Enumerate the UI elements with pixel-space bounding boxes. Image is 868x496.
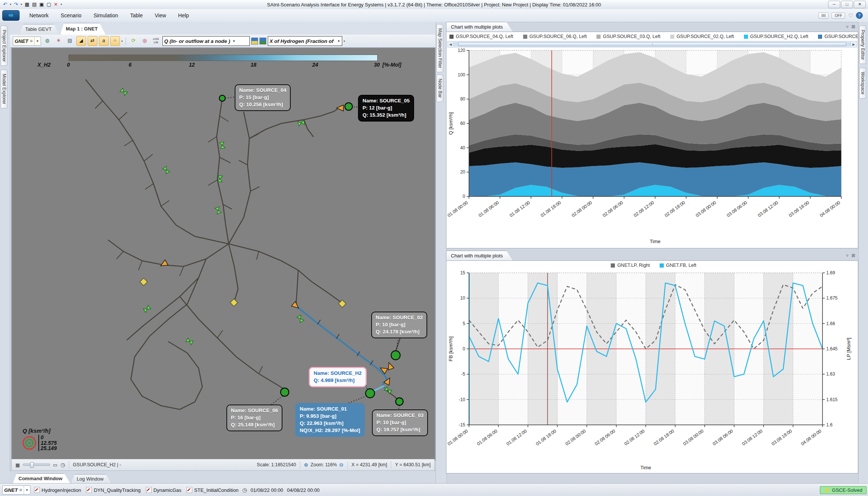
timeline-slider[interactable] [23,464,50,466]
menu-network[interactable]: Network [23,11,55,20]
tab-workspace[interactable]: Workspace [859,68,866,99]
delete-icon[interactable]: ✕ [53,1,59,8]
close-button[interactable]: ✕ [854,1,866,8]
toolbar2-overflow-icon[interactable]: ▾ [344,40,345,43]
node-label-source_03[interactable]: Name: SOURCE_03P: 10 [bar-g]Q: 19.757 [k… [372,409,428,436]
node-label-source_02[interactable]: Name: SOURCE_02P: 10 [bar-g]Q: 24.178 [k… [371,312,427,338]
export-icon[interactable]: ▣ [38,1,44,8]
profile-chart-icon[interactable]: ◢ [76,36,86,46]
help-icon[interactable]: ? [856,12,863,19]
zoom-out-icon[interactable]: ⊖ [339,462,344,468]
node-label-source_01[interactable]: Name: SOURCE_01P: 9.953 [bar-g]Q: 22.963… [295,403,365,437]
network-combo[interactable]: GNET ⊠ ▼ [13,37,41,46]
network-layout-icon[interactable]: ✳ [54,36,64,46]
favorite-icon[interactable]: ♡ [848,12,853,18]
tab-project-explorer[interactable]: Project Explorer [1,26,8,66]
undo-icon[interactable]: ↶ [2,1,8,8]
menu-view[interactable]: View [149,11,172,20]
stacked-area-chart: 02040608010012001.08 00:0001.08 06:0001.… [446,47,857,247]
source-node-icons[interactable] [219,95,403,405]
globe-icon[interactable]: ◍ [42,36,52,46]
snapshot-icon[interactable]: ▢ [46,1,52,8]
legend-item[interactable]: GSUP.SOURCE_06.Q, Left [523,34,587,39]
tab-command-window[interactable]: Command Window [13,473,70,484]
legend-item[interactable]: GSUP.SOURCE_04.Q, Left [449,34,513,39]
redo-dropdown-icon[interactable]: ▾ [20,1,23,8]
scroll-right-icon[interactable]: ▶ [851,43,857,46]
refresh-map-icon[interactable]: ⟳ [129,36,138,46]
legend-item[interactable]: GNET.FB, Left [660,263,697,268]
colorbar-tick: 24 [312,62,318,68]
zoom-in-icon[interactable]: ⊕ [304,462,308,468]
target-icon[interactable]: ◎ [140,36,150,46]
time-step-icon[interactable]: ◷ [61,462,65,468]
menu-scenario[interactable]: Scenario [55,11,87,20]
legend-item[interactable]: GSUP.SOURCE_02.Q, Left [670,34,734,39]
scenario-item-dynamicgas[interactable]: DynamicGas [146,487,181,493]
quality-select[interactable]: X of Hydrogen (Fraction of c▼ [268,36,342,46]
scenario-item-ste_initialcondition[interactable]: STE_InitialCondition [187,487,238,493]
off-toggle-button[interactable]: OFF [832,12,845,19]
panel-menu-icon[interactable]: ▿ [846,24,848,29]
panel-close-icon[interactable]: ⊠ [851,24,855,29]
grid-toggle-icon[interactable]: ▦ [15,462,20,468]
scenario-item-dyn_qualitytracking[interactable]: DYN_QualityTracking [86,487,141,493]
minimize-button[interactable]: ─ [828,1,840,8]
tab-map-selection-filter[interactable]: Map Selection Filter [437,24,443,72]
doc-tab-table-gevt[interactable]: Table GEVT [20,24,59,35]
marker-size-icon[interactable]: ⁘ [110,36,120,46]
map-viewport[interactable]: X_H20612182430[%-Mol] Q [ksm³/h] 012.575… [11,47,436,461]
menu-table[interactable]: Table [124,11,149,20]
log-lin-icon[interactable]: LOGLIN [151,36,161,47]
range-slider-icon[interactable]: ⇄ [88,36,97,46]
network-combo-dropdown-icon[interactable]: ▼ [34,37,39,45]
calculator-icon[interactable]: ▦ [24,1,30,8]
legend-item[interactable]: GSUP.SOURCE_H2.Q, Left [744,34,809,39]
panel2-menu-icon[interactable]: ▿ [846,253,848,258]
theme-blue-yellow-icon[interactable] [251,38,258,44]
tab-node-bar[interactable]: Node Bar [437,75,443,102]
theme-blue-green-icon[interactable] [259,38,266,44]
tab-model-explorer[interactable]: Model Explorer [1,70,8,108]
node-label-source_04[interactable]: Name: SOURCE_04P: 15 [bar-g]Q: 10.256 [k… [235,84,291,111]
scenario-file-icon [34,487,40,493]
network-combo-clear-icon[interactable]: ⊠ [30,39,33,43]
scenario-item-hydrogeninjection[interactable]: HydrogenInjection [34,487,81,493]
save-state-icon[interactable]: ▤ [31,1,37,8]
chart-hscrollbar[interactable]: ◀ ▶ [447,41,857,47]
undo-dropdown-icon[interactable]: ▾ [9,1,12,8]
panel2-close-icon[interactable]: ⊠ [851,253,855,258]
object-list-icon[interactable]: ▤ [65,36,75,46]
legend-item[interactable]: GNET.LP, Right [611,263,650,268]
node-label-source_h2[interactable]: Name: SOURCE_H2Q: 4.989 [ksm³/h] [309,367,367,387]
legend-item[interactable]: GSUP.SOURCE_03.Q, Left [596,34,660,39]
svg-text:01.08 06:00: 01.08 06:00 [478,200,500,218]
menu-simulation[interactable]: Simulation [88,11,124,20]
stacked-chart-tab[interactable]: Chart with multiple plots [446,22,513,32]
redo-icon[interactable]: ↷ [13,1,19,8]
menu-help[interactable]: Help [172,11,195,20]
scroll-thumb[interactable] [458,42,847,46]
app-logo[interactable]: ∞ [2,10,20,21]
ruler-icon[interactable]: ▭ [53,462,58,468]
group-overflow-icon[interactable]: ▾ [121,40,123,43]
tab-log-window[interactable]: Log Window [71,474,112,484]
toolbar-overflow-icon[interactable]: ▾ [60,1,63,8]
scroll-left-icon[interactable]: ◀ [448,43,454,46]
scenario-network-clear-icon[interactable]: ⊠ [19,488,22,492]
node-label-source_06[interactable]: Name: SOURCE_06P: 16 [bar-g]Q: 25.149 [k… [226,405,282,431]
bars-toggle-button[interactable]: IIII [818,12,829,19]
quantity-select[interactable]: Q (In- or outflow at a node )▼ [162,36,250,46]
legend-swatch [744,35,748,39]
line-chart-tab[interactable]: Chart with multiple plots [446,251,513,261]
legend-swatch [660,263,664,268]
tab-property-editor[interactable]: Property Editor [859,26,866,64]
scenario-network-combo[interactable]: GNET ⊠ ▼ [2,485,30,494]
node-label-source_05[interactable]: Name: SOURCE_05P: 12 [bar-g]Q: 15.352 [k… [358,95,414,122]
legend-item[interactable]: GSUP.SOURCE_01.Q, Left [818,34,858,39]
scenario-network-dropdown-icon[interactable]: ▼ [24,486,29,494]
doc-tab-map-1-gnet[interactable]: Map 1 : GNET [60,23,106,35]
label-icon[interactable]: a [99,36,109,46]
node-label-line: Q: 15.352 [ksm³/h] [363,112,410,119]
maximize-button[interactable]: □ [841,1,853,8]
